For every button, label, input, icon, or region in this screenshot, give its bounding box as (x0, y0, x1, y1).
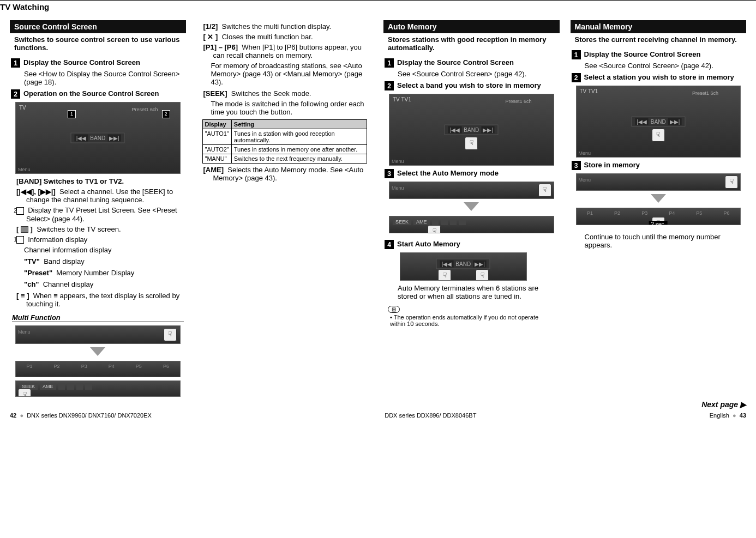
screenshot-preset-row: P1P2P3 P4P5P6 (15, 361, 181, 377)
footer: 42 ● DNX series DNX9960/ DNX7160/ DNX702… (0, 409, 756, 424)
step-2: 2 Operation on the Source Control Screen (11, 89, 185, 99)
screenshot-menu-bar: Menu ☟ (576, 173, 741, 191)
auto-memory-intro: Stores stations with good reception in m… (383, 33, 560, 56)
seek-mode-table: DisplaySetting "AUTO1"Tunes in a station… (202, 119, 368, 164)
pointer-icon: ☟ (438, 269, 451, 281)
step-1-body: See <How to Display the Source Control S… (24, 70, 182, 86)
svg-marker-0 (90, 347, 105, 356)
multi-function-title: Multi Function (12, 313, 184, 322)
item-prevnext: [|◀◀], [▶▶|] Select a channel. Use the [… (16, 188, 182, 204)
item-tvscreen: [ ] Switches to the TV screen. (16, 225, 182, 233)
screenshot-seek-row: SEEKAME ☟ (15, 380, 181, 397)
source-control-title: Source Control Screen (10, 20, 186, 33)
pointer-icon: ☟ (652, 129, 665, 142)
step-number-icon: 1 (11, 58, 20, 68)
band-button[interactable]: |◀◀BAND▶▶| (631, 117, 685, 127)
column-1: Source Control Screen Switches to source… (10, 20, 186, 400)
screenshot-seek-ame: SEEKAME ☟ (389, 216, 554, 233)
pointer-icon: ☟ (465, 137, 478, 150)
screenshot-preset-row: P1P2P3 P4P5P6 ☟ 2 sec. (576, 208, 741, 225)
screenshot-station-select: TV TV1 Preset1 6ch |◀◀BAND▶▶| ☟ Menu (576, 86, 741, 158)
pointer-icon: ☟ (476, 269, 489, 281)
note-text: • The operation ends automatically if yo… (390, 314, 555, 327)
pointer-icon: ☟ (725, 176, 738, 189)
screenshot-menu-bar: Menu ☟ (15, 325, 181, 344)
manual-memory-intro: Stores the current receiving channel in … (571, 33, 747, 48)
column-2: [1/2] Switches the multi function displa… (197, 20, 373, 400)
source-control-intro: Switches to source control screen to use… (10, 33, 186, 56)
step-1-title: Display the Source Control Screen (23, 58, 140, 67)
pointer-icon: ☟ (18, 389, 31, 397)
svg-marker-2 (651, 194, 666, 203)
info-channel: Channel information display (24, 246, 182, 254)
step-number-icon: 1 (572, 50, 581, 59)
step-number-icon: 1 (385, 58, 394, 68)
auto-memory-title: Auto Memory (383, 20, 560, 33)
pointer-icon: ☟ (164, 328, 177, 341)
step-number-icon: 2 (11, 89, 20, 99)
pointer-icon: ☟ (428, 225, 441, 233)
next-page-link[interactable]: Next page ▶ (0, 400, 756, 409)
page-body: Source Control Screen Switches to source… (0, 15, 756, 400)
item-band: [BAND] Switches to TV1 or TV2. (16, 177, 182, 185)
step-1: 1 Display the Source Control Screen (11, 58, 185, 68)
column-4: Manual Memory Stores the current receivi… (571, 20, 747, 400)
step-number-icon: 2 (385, 81, 394, 90)
item-scroll: [ ≡ ] When ≡ appears, the text display i… (16, 292, 182, 308)
down-arrow-icon (10, 347, 186, 358)
duration-tag: 2 sec. (649, 221, 668, 225)
column-3: Auto Memory Stores stations with good re… (383, 20, 560, 400)
page-number-left: 42 (10, 412, 16, 419)
down-arrow-icon (571, 194, 747, 204)
down-arrow-icon (383, 202, 560, 213)
step-2-title: Operation on the Source Control Screen (23, 89, 159, 98)
page-header: TV Watching (0, 0, 756, 11)
pointer-icon: ☟ (538, 184, 551, 197)
band-button[interactable]: |◀◀BAND▶▶| (445, 125, 499, 135)
manual-memory-title: Manual Memory (571, 20, 747, 33)
screenshot-menu-bar: Menu ☟ (389, 182, 554, 199)
item-box1: 1 Information display (16, 235, 182, 244)
step-number-icon: 3 (572, 161, 581, 170)
page-number-right: 43 (740, 412, 746, 419)
step-number-icon: 4 (385, 240, 394, 249)
screenshot-source-control: TV Preset1 6ch 1 2 |◀◀ BAND ▶▶| Menu (15, 102, 181, 174)
band-button[interactable]: |◀◀BAND▶▶| (436, 259, 490, 269)
tv-screen-icon (21, 226, 28, 233)
item-box2: 2 Display the TV Preset List Screen. See… (16, 206, 182, 223)
lang-label: English (710, 412, 729, 419)
step-number-icon: 3 (385, 169, 394, 178)
step-number-icon: 2 (572, 73, 581, 82)
series-left: DNX series DNX9960/ DNX7160/ DNX7020EX (27, 412, 152, 419)
screenshot-band-select: TV TV1 Preset1 6ch |◀◀BAND▶▶| ☟ Menu (389, 94, 554, 166)
series-right: DDX series DDX896/ DDX8046BT (385, 412, 476, 419)
svg-marker-1 (464, 202, 479, 211)
screenshot-start-auto-memory: |◀◀BAND▶▶| ☟ ☟ (400, 252, 527, 281)
note-icon: ⊞ (388, 306, 400, 313)
band-button[interactable]: |◀◀ BAND ▶▶| (71, 133, 125, 143)
